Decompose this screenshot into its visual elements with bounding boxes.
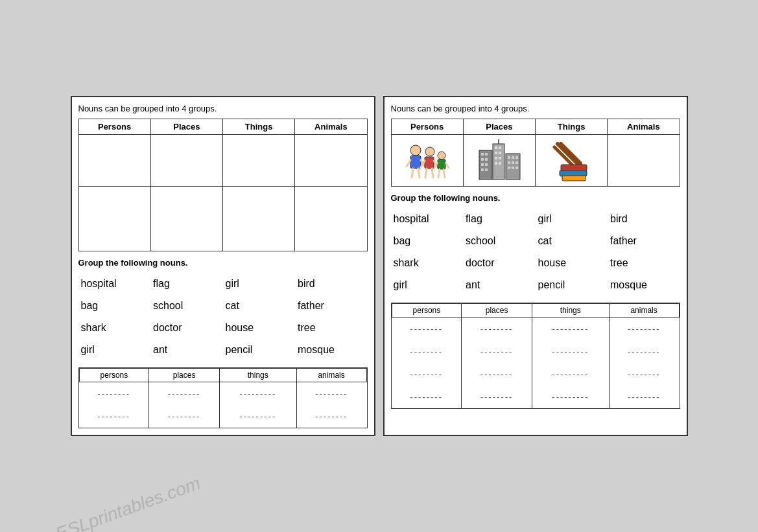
page-container: Nouns can be grouped into 4 groups. Pers… [58, 76, 701, 456]
svg-point-12 [438, 152, 445, 159]
noun-shark-r: shark [391, 253, 464, 273]
cell-things-1 [223, 135, 295, 187]
places-svg [476, 137, 523, 181]
svg-rect-25 [481, 168, 484, 171]
right-intro: Nouns can be grouped into 4 groups. [391, 104, 680, 113]
col-things-right: Things [536, 119, 608, 135]
r-ans-row2-t: --------- [532, 340, 609, 363]
noun-girl-l2: girl [78, 340, 151, 360]
svg-line-16 [438, 169, 440, 178]
svg-rect-31 [499, 152, 501, 154]
svg-rect-24 [485, 163, 488, 166]
r-ans-row1-p: -------- [392, 318, 462, 341]
svg-rect-33 [499, 157, 501, 159]
svg-rect-42 [515, 161, 518, 164]
svg-rect-28 [495, 146, 497, 149]
col-places-left: Places [150, 119, 222, 135]
svg-rect-30 [495, 152, 497, 154]
noun-girl-r2: girl [391, 275, 464, 295]
svg-line-4 [412, 168, 413, 178]
left-answer-table: persons places things animals -------- -… [79, 368, 367, 428]
svg-point-0 [410, 145, 421, 156]
noun-hospital-r: hospital [391, 209, 464, 229]
cell-things-2 [223, 187, 295, 251]
r-ans-row1-t: --------- [532, 318, 609, 341]
svg-rect-7 [425, 157, 434, 168]
noun-bag-l: bag [78, 296, 151, 316]
svg-rect-41 [512, 161, 514, 164]
left-groups-table: Persons Places Things Animals [78, 119, 368, 251]
col-animals-right: Animals [608, 119, 680, 135]
svg-rect-52 [562, 176, 586, 181]
noun-hospital-l: hospital [78, 274, 151, 294]
r-ans-row2-a: -------- [609, 340, 679, 363]
svg-rect-13 [438, 159, 445, 169]
svg-rect-34 [495, 162, 497, 165]
svg-rect-23 [481, 163, 484, 166]
noun-house-r: house [536, 253, 608, 273]
svg-rect-1 [410, 156, 421, 168]
right-groups-table: Persons Places Things Animals [391, 119, 680, 187]
noun-girl-l1: girl [223, 274, 296, 294]
things-svg [548, 137, 595, 181]
ans-row1-t: --------- [219, 382, 296, 406]
noun-girl-r1: girl [536, 209, 608, 229]
svg-rect-39 [515, 156, 518, 159]
r-ans-row3-t: --------- [532, 363, 609, 386]
noun-flag-r: flag [463, 209, 536, 229]
noun-mosque-r: mosque [608, 275, 680, 295]
image-persons [391, 135, 463, 187]
cell-persons-1 [78, 135, 150, 187]
col-animals-left: Animals [295, 119, 367, 135]
noun-doctor-l: doctor [150, 318, 223, 338]
ans-row1-p: -------- [79, 382, 149, 406]
svg-rect-44 [512, 167, 514, 169]
ans-places-right: places [462, 304, 532, 318]
svg-rect-21 [481, 158, 484, 161]
right-nouns-grid: hospital flag girl bird bag school cat f… [391, 209, 680, 295]
left-group-instruction: Group the following nouns. [78, 258, 368, 268]
noun-doctor-r: doctor [463, 253, 536, 273]
r-ans-row4-a: -------- [609, 386, 679, 408]
svg-line-2 [407, 160, 410, 167]
noun-pencil-l: pencil [223, 340, 296, 360]
svg-rect-29 [499, 146, 501, 149]
ans-things-left: things [219, 369, 296, 382]
cell-persons-2 [78, 187, 150, 251]
r-ans-row4-t: --------- [532, 386, 609, 408]
left-nouns-grid: hospital flag girl bird bag school cat f… [78, 274, 368, 360]
ans-row2-a: -------- [296, 405, 366, 428]
svg-rect-40 [508, 161, 510, 164]
r-ans-row3-a: -------- [609, 363, 679, 386]
noun-bird-r: bird [608, 209, 680, 229]
ans-row2-t: --------- [219, 405, 296, 428]
ans-persons-left: persons [79, 369, 149, 382]
col-persons-right: Persons [391, 119, 463, 135]
svg-point-6 [425, 147, 434, 156]
noun-school-l: school [150, 296, 223, 316]
cell-animals-2 [295, 187, 367, 251]
svg-rect-35 [499, 162, 501, 165]
right-answer-table: persons places things animals -------- -… [392, 303, 680, 408]
noun-flag-l: flag [150, 274, 223, 294]
image-things [536, 135, 608, 187]
svg-line-17 [444, 169, 445, 178]
ans-row1-pl: -------- [149, 382, 220, 406]
cell-animals-right [608, 135, 680, 187]
ans-places-left: places [149, 369, 220, 382]
noun-father-r: father [608, 231, 680, 251]
persons-svg [404, 137, 451, 181]
svg-rect-32 [495, 157, 497, 159]
ans-animals-right: animals [609, 304, 679, 318]
noun-tree-l: tree [295, 318, 368, 338]
ans-row2-p: -------- [79, 405, 149, 428]
noun-school-r: school [463, 231, 536, 251]
ans-row2-pl: -------- [149, 405, 220, 428]
left-worksheet: Nouns can be grouped into 4 groups. Pers… [71, 96, 375, 436]
r-ans-row1-pl: -------- [462, 318, 532, 341]
ans-things-right: things [532, 304, 609, 318]
noun-cat-l: cat [223, 296, 296, 316]
col-places-right: Places [463, 119, 535, 135]
svg-line-15 [445, 163, 449, 168]
noun-pencil-r: pencil [536, 275, 608, 295]
